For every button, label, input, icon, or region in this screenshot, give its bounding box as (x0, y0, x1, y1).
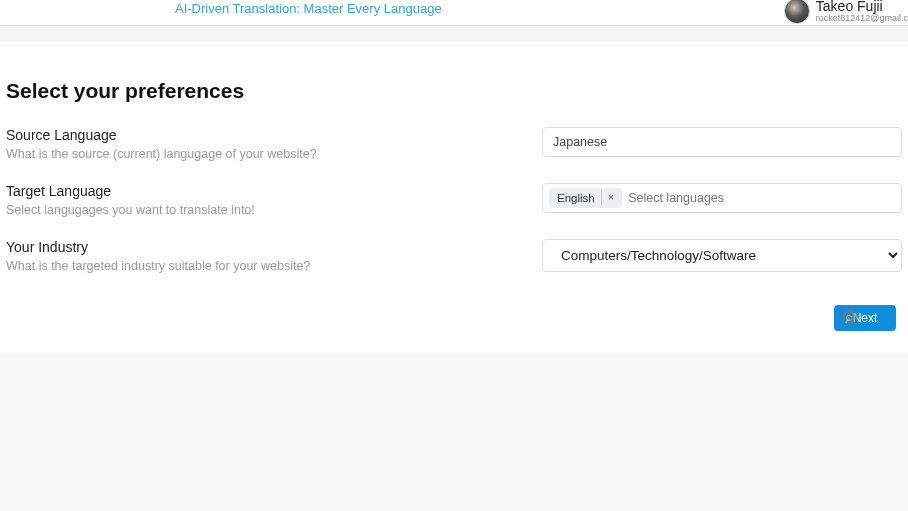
bottom-spacer (0, 353, 908, 511)
target-language-label: Target Language (6, 183, 522, 199)
next-button-label: Next (853, 311, 878, 325)
source-language-input[interactable] (542, 127, 902, 157)
target-language-placeholder-input[interactable] (628, 191, 895, 205)
content: Select your preferences Source Language … (0, 41, 908, 331)
chip-label: English (557, 192, 595, 204)
user-area[interactable]: Takeo Fujii rocket812412@gmail.c (784, 0, 908, 24)
target-language-chip-english[interactable]: English × (549, 188, 622, 207)
avatar[interactable] (784, 0, 810, 24)
industry-label: Your Industry (6, 239, 522, 255)
close-icon[interactable]: × (601, 190, 620, 205)
sub-bar (0, 26, 908, 41)
source-language-desc: What is the source (current) langugage o… (6, 147, 522, 161)
user-email: rocket812412@gmail.c (816, 13, 908, 24)
target-language-desc: Select langugages you want to translate … (6, 203, 522, 217)
row-industry: Your Industry What is the targeted indus… (6, 239, 902, 273)
industry-select[interactable]: Computers/Technology/Software (542, 239, 902, 272)
target-language-input[interactable]: English × (542, 183, 902, 213)
page-title: Select your preferences (6, 79, 902, 103)
row-source-language: Source Language What is the source (curr… (6, 127, 902, 161)
next-button[interactable]: Next ☟ (834, 305, 896, 331)
industry-desc: What is the targeted industry suitable f… (6, 259, 522, 273)
user-name: Takeo Fujii (816, 0, 908, 13)
footer-row: Next ☟ (6, 295, 902, 331)
tagline: AI-Driven Translation: Master Every Lang… (175, 1, 442, 16)
topbar: AI-Driven Translation: Master Every Lang… (0, 0, 908, 26)
source-language-label: Source Language (6, 127, 522, 143)
row-target-language: Target Language Select langugages you wa… (6, 183, 902, 217)
